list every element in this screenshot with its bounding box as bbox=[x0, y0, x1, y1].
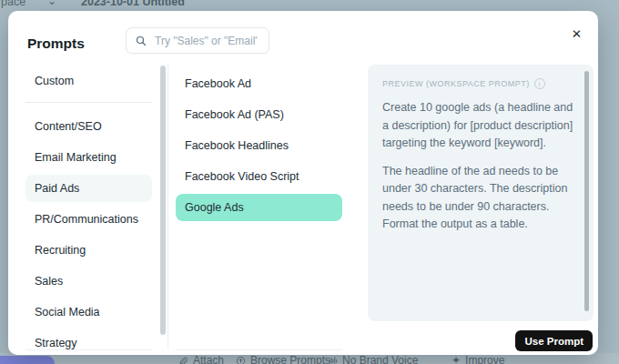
preview-panel: PREVIEW (WORKSPACE PROMPT) i Create 10 g… bbox=[368, 65, 594, 321]
attach-label: Attach bbox=[193, 354, 224, 364]
preview-text: Create 10 google ads (a headline and a d… bbox=[382, 99, 573, 234]
use-prompt-button[interactable]: Use Prompt bbox=[515, 330, 593, 351]
prompt-search[interactable] bbox=[126, 27, 269, 54]
no-brand-voice-button: No Brand Voice bbox=[328, 354, 418, 364]
category-item-content-seo[interactable]: Content/SEO bbox=[25, 113, 152, 140]
sparkle-icon: ✦ bbox=[452, 354, 461, 364]
prompt-list: Facebook AdFacebook Ad (PAS)Facebook Hea… bbox=[176, 70, 342, 350]
voice-bars-icon bbox=[328, 356, 338, 364]
search-icon bbox=[136, 35, 147, 46]
paperclip-icon bbox=[178, 356, 188, 364]
preview-paragraph: The headline of the ad needs to be under… bbox=[382, 163, 573, 234]
close-icon[interactable]: ✕ bbox=[572, 28, 582, 41]
improve-button: ✦ Improve bbox=[452, 354, 504, 364]
no-brand-voice-label: No Brand Voice bbox=[342, 354, 418, 364]
category-list: CustomContent/SEOEmail MarketingPaid Ads… bbox=[25, 67, 152, 350]
category-item-pr-communications[interactable]: PR/Communications bbox=[25, 206, 152, 233]
prompt-item-facebook-ad[interactable]: Facebook Ad bbox=[176, 70, 342, 97]
attach-button: Attach bbox=[178, 354, 224, 364]
improve-label: Improve bbox=[465, 354, 504, 364]
prompt-item-facebook-video-script[interactable]: Facebook Video Script bbox=[176, 163, 342, 190]
prompt-item-facebook-headlines[interactable]: Facebook Headlines bbox=[176, 132, 342, 159]
prompts-modal: Prompts ✕ CustomContent/SEOEmail Marketi… bbox=[8, 11, 598, 355]
category-item-custom[interactable]: Custom bbox=[25, 67, 152, 95]
category-item-recruiting[interactable]: Recruiting bbox=[25, 237, 152, 264]
preview-label: PREVIEW (WORKSPACE PROMPT) bbox=[382, 79, 530, 88]
browse-prompts-button: Browse Prompts bbox=[236, 354, 330, 364]
category-item-paid-ads[interactable]: Paid Ads bbox=[25, 175, 152, 202]
search-input[interactable] bbox=[153, 34, 259, 48]
preview-header: PREVIEW (WORKSPACE PROMPT) i bbox=[382, 78, 573, 89]
info-icon[interactable]: i bbox=[534, 78, 545, 89]
category-item-divider bbox=[25, 102, 152, 103]
prompt-item-google-ads[interactable]: Google Ads bbox=[176, 194, 342, 221]
dimmed-purple-button bbox=[0, 356, 55, 364]
category-list-scrollbar[interactable] bbox=[160, 66, 166, 335]
chevron-down-icon: ⌄ bbox=[47, 0, 56, 7]
dimmed-top-bar: pace ⌄ 2023-10-01 Untitled bbox=[0, 0, 619, 11]
modal-title: Prompts bbox=[27, 35, 85, 52]
prompt-book-icon bbox=[236, 356, 246, 364]
document-title: 2023-10-01 Untitled bbox=[81, 0, 185, 8]
browse-prompts-label: Browse Prompts bbox=[250, 354, 330, 364]
category-item-strategy[interactable]: Strategy bbox=[25, 329, 152, 350]
category-item-email-marketing[interactable]: Email Marketing bbox=[25, 144, 152, 171]
prompt-item-facebook-ad-pas[interactable]: Facebook Ad (PAS) bbox=[176, 101, 342, 128]
preview-paragraph: Create 10 google ads (a headline and a d… bbox=[382, 99, 573, 153]
workspace-label: pace bbox=[1, 0, 25, 8]
category-item-sales[interactable]: Sales bbox=[25, 268, 152, 295]
column-divider bbox=[167, 64, 168, 349]
category-item-social-media[interactable]: Social Media bbox=[25, 298, 152, 326]
preview-scrollbar[interactable] bbox=[584, 71, 589, 311]
